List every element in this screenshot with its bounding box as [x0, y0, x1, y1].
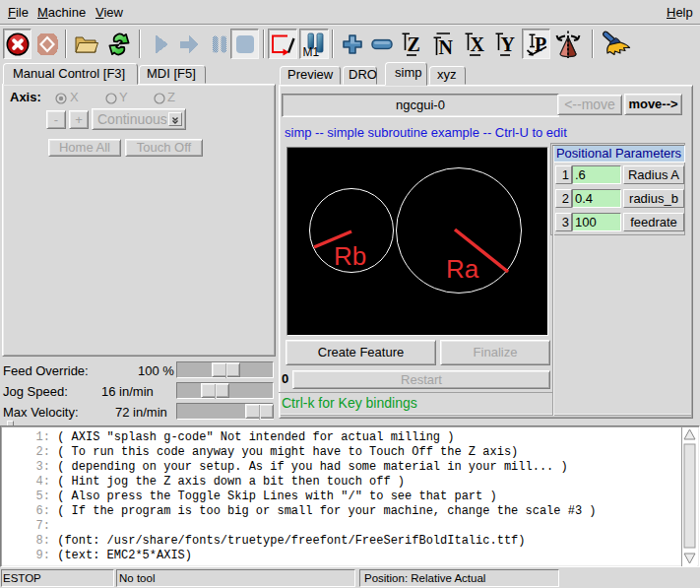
svg-text:Ra: Ra — [446, 254, 479, 284]
svg-text:X: X — [470, 33, 484, 54]
svg-text:P: P — [535, 33, 546, 54]
svg-text:Rb: Rb — [334, 241, 366, 271]
svg-text:N: N — [438, 35, 453, 57]
svg-text:M1: M1 — [303, 44, 320, 57]
svg-text:Y: Y — [500, 33, 515, 54]
svg-text:Z: Z — [407, 33, 419, 54]
